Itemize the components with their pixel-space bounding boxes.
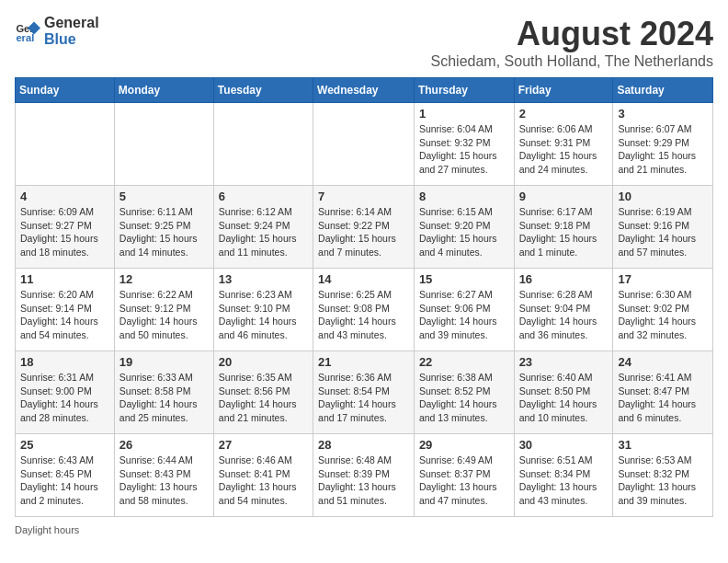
day-info: Sunrise: 6:07 AM Sunset: 9:29 PM Dayligh… [618,122,708,177]
day-number: 16 [519,272,609,286]
calendar-cell [313,103,415,186]
day-info: Sunrise: 6:27 AM Sunset: 9:06 PM Dayligh… [419,288,509,342]
calendar-cell: 31Sunrise: 6:53 AM Sunset: 8:32 PM Dayli… [613,434,713,517]
day-number: 10 [618,190,708,203]
day-number: 27 [219,438,308,452]
day-number: 4 [20,190,109,203]
day-info: Sunrise: 6:33 AM Sunset: 8:58 PM Dayligh… [119,371,209,425]
calendar-cell: 13Sunrise: 6:23 AM Sunset: 9:10 PM Dayli… [213,269,313,351]
day-info: Sunrise: 6:04 AM Sunset: 9:32 PM Dayligh… [419,122,509,177]
calendar-cell: 21Sunrise: 6:36 AM Sunset: 8:54 PM Dayli… [313,351,415,434]
column-header-sunday: Sunday [16,78,115,103]
day-number: 17 [618,272,708,286]
day-info: Sunrise: 6:41 AM Sunset: 8:47 PM Dayligh… [618,371,708,425]
calendar-cell: 7Sunrise: 6:14 AM Sunset: 9:22 PM Daylig… [313,186,415,269]
day-number: 15 [419,272,509,286]
calendar-cell: 10Sunrise: 6:19 AM Sunset: 9:16 PM Dayli… [613,186,713,269]
calendar-week-row: 1Sunrise: 6:04 AM Sunset: 9:32 PM Daylig… [16,103,713,186]
column-header-monday: Monday [114,78,213,103]
calendar-week-row: 25Sunrise: 6:43 AM Sunset: 8:45 PM Dayli… [16,434,713,517]
day-number: 12 [119,272,209,286]
day-number: 1 [419,107,509,121]
day-info: Sunrise: 6:38 AM Sunset: 8:52 PM Dayligh… [419,371,509,425]
calendar-cell: 29Sunrise: 6:49 AM Sunset: 8:37 PM Dayli… [414,434,514,517]
day-number: 28 [318,438,409,452]
calendar-cell: 18Sunrise: 6:31 AM Sunset: 9:00 PM Dayli… [16,351,115,434]
day-info: Sunrise: 6:48 AM Sunset: 8:39 PM Dayligh… [318,454,409,508]
calendar-cell: 20Sunrise: 6:35 AM Sunset: 8:56 PM Dayli… [213,351,313,434]
day-number: 26 [119,438,209,452]
calendar-cell: 19Sunrise: 6:33 AM Sunset: 8:58 PM Dayli… [114,351,213,434]
column-header-thursday: Thursday [414,78,514,103]
calendar-cell: 9Sunrise: 6:17 AM Sunset: 9:18 PM Daylig… [514,186,613,269]
calendar-cell: 4Sunrise: 6:09 AM Sunset: 9:27 PM Daylig… [16,186,115,269]
day-info: Sunrise: 6:35 AM Sunset: 8:56 PM Dayligh… [219,371,308,425]
day-info: Sunrise: 6:46 AM Sunset: 8:41 PM Dayligh… [219,454,308,508]
subtitle: Schiedam, South Holland, The Netherlands [431,53,713,70]
day-info: Sunrise: 6:53 AM Sunset: 8:32 PM Dayligh… [618,454,708,508]
calendar-cell: 3Sunrise: 6:07 AM Sunset: 9:29 PM Daylig… [613,103,713,186]
calendar-cell [213,103,313,186]
day-info: Sunrise: 6:44 AM Sunset: 8:43 PM Dayligh… [119,454,209,508]
calendar-cell [114,103,213,186]
day-number: 11 [20,272,109,286]
day-number: 8 [419,190,509,203]
calendar-cell: 17Sunrise: 6:30 AM Sunset: 9:02 PM Dayli… [613,269,713,351]
calendar-cell: 16Sunrise: 6:28 AM Sunset: 9:04 PM Dayli… [514,269,613,351]
day-number: 9 [519,190,609,203]
calendar-week-row: 11Sunrise: 6:20 AM Sunset: 9:14 PM Dayli… [16,269,713,351]
calendar-cell: 25Sunrise: 6:43 AM Sunset: 8:45 PM Dayli… [16,434,115,517]
column-header-friday: Friday [514,78,613,103]
logo-blue: Blue [44,31,99,48]
column-header-saturday: Saturday [613,78,713,103]
day-info: Sunrise: 6:25 AM Sunset: 9:08 PM Dayligh… [318,288,409,342]
column-header-wednesday: Wednesday [313,78,415,103]
day-info: Sunrise: 6:28 AM Sunset: 9:04 PM Dayligh… [519,288,609,342]
calendar-cell: 6Sunrise: 6:12 AM Sunset: 9:24 PM Daylig… [213,186,313,269]
footer: Daylight hours [15,524,713,535]
day-number: 24 [618,355,708,369]
day-number: 6 [219,190,308,203]
day-info: Sunrise: 6:22 AM Sunset: 9:12 PM Dayligh… [119,288,209,342]
calendar-cell: 23Sunrise: 6:40 AM Sunset: 8:50 PM Dayli… [514,351,613,434]
calendar-cell [16,103,115,186]
day-info: Sunrise: 6:12 AM Sunset: 9:24 PM Dayligh… [219,205,308,259]
calendar-table: SundayMondayTuesdayWednesdayThursdayFrid… [15,77,713,517]
day-number: 25 [20,438,109,452]
calendar-header-row: SundayMondayTuesdayWednesdayThursdayFrid… [16,78,713,103]
day-info: Sunrise: 6:36 AM Sunset: 8:54 PM Dayligh… [318,371,409,425]
day-number: 2 [519,107,609,121]
calendar-cell: 2Sunrise: 6:06 AM Sunset: 9:31 PM Daylig… [514,103,613,186]
day-number: 31 [618,438,708,452]
day-number: 13 [219,272,308,286]
logo: Gen eral General Blue [15,15,99,47]
calendar-cell: 12Sunrise: 6:22 AM Sunset: 9:12 PM Dayli… [114,269,213,351]
day-number: 18 [20,355,109,369]
logo-icon: Gen eral [15,18,40,44]
calendar-week-row: 4Sunrise: 6:09 AM Sunset: 9:27 PM Daylig… [16,186,713,269]
calendar-week-row: 18Sunrise: 6:31 AM Sunset: 9:00 PM Dayli… [16,351,713,434]
calendar-cell: 22Sunrise: 6:38 AM Sunset: 8:52 PM Dayli… [414,351,514,434]
day-number: 23 [519,355,609,369]
calendar-cell: 30Sunrise: 6:51 AM Sunset: 8:34 PM Dayli… [514,434,613,517]
page-header: Gen eral General Blue August 2024 Schied… [15,15,713,70]
calendar-cell: 27Sunrise: 6:46 AM Sunset: 8:41 PM Dayli… [213,434,313,517]
day-info: Sunrise: 6:14 AM Sunset: 9:22 PM Dayligh… [318,205,409,259]
calendar-cell: 14Sunrise: 6:25 AM Sunset: 9:08 PM Dayli… [313,269,415,351]
main-title: August 2024 [431,15,713,53]
column-header-tuesday: Tuesday [213,78,313,103]
day-info: Sunrise: 6:17 AM Sunset: 9:18 PM Dayligh… [519,205,609,259]
calendar-cell: 26Sunrise: 6:44 AM Sunset: 8:43 PM Dayli… [114,434,213,517]
calendar-cell: 28Sunrise: 6:48 AM Sunset: 8:39 PM Dayli… [313,434,415,517]
day-info: Sunrise: 6:06 AM Sunset: 9:31 PM Dayligh… [519,122,609,177]
footer-text: Daylight hours [15,524,79,535]
day-number: 20 [219,355,308,369]
day-number: 21 [318,355,409,369]
day-number: 3 [618,107,708,121]
day-info: Sunrise: 6:30 AM Sunset: 9:02 PM Dayligh… [618,288,708,342]
logo-general: General [44,15,99,31]
day-number: 29 [419,438,509,452]
day-number: 5 [119,190,209,203]
day-info: Sunrise: 6:19 AM Sunset: 9:16 PM Dayligh… [618,205,708,259]
day-number: 19 [119,355,209,369]
